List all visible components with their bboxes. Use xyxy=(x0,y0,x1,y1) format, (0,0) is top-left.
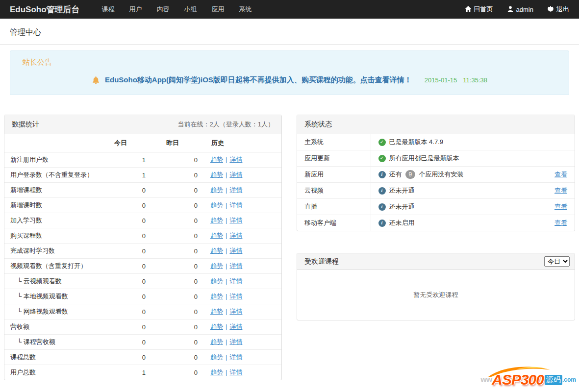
stats-today-value: 0 xyxy=(101,244,153,259)
stats-row-label: 新增课程数 xyxy=(4,183,101,198)
view-link[interactable]: 查看 xyxy=(554,219,567,227)
trend-link[interactable]: 趋势 xyxy=(210,323,223,330)
stats-yesterday-value: 0 xyxy=(153,228,205,244)
stats-history-links: 趋势|详情 xyxy=(205,228,281,244)
stats-row: └ 云视频观看数00趋势|详情 xyxy=(4,274,281,289)
detail-link[interactable]: 详情 xyxy=(229,277,242,285)
stats-row-label: └ 云视频观看数 xyxy=(4,274,101,289)
watermark-brand: ASP300 xyxy=(492,371,544,388)
stats-row-label: 新增课时数 xyxy=(4,198,101,213)
status-row: 应用更新✓所有应用都已是最新版本 xyxy=(297,150,575,167)
status-row-value: i还未开通查看 xyxy=(371,199,575,215)
status-row-value: i还未开通查看 xyxy=(371,183,575,199)
stats-yesterday-value: 0 xyxy=(153,319,205,335)
status-text-after: 个应用没有安装 xyxy=(419,170,463,179)
link-separator: | xyxy=(226,353,227,361)
detail-link[interactable]: 详情 xyxy=(229,353,242,361)
status-text: 还未开通 xyxy=(389,186,415,195)
stats-row-label: 课程总数 xyxy=(4,350,101,365)
stats-today-value: 0 xyxy=(101,259,153,274)
stats-history-links: 趋势|详情 xyxy=(205,168,281,183)
stats-today-value: 0 xyxy=(101,228,153,244)
detail-link[interactable]: 详情 xyxy=(229,171,242,178)
stats-yesterday-value: 0 xyxy=(153,289,205,304)
nav-item-users[interactable]: 用户 xyxy=(122,0,150,19)
trend-link[interactable]: 趋势 xyxy=(210,171,223,178)
stats-history-links: 趋势|详情 xyxy=(205,152,281,168)
trend-link[interactable]: 趋势 xyxy=(210,368,223,376)
trend-link[interactable]: 趋势 xyxy=(210,338,223,345)
detail-link[interactable]: 详情 xyxy=(229,217,242,224)
nav-item-apps[interactable]: 应用 xyxy=(204,0,232,19)
announcement-panel: 站长公告 EduSoho移动App(阔知学堂)iOS版即日起将不再提供加入、购买… xyxy=(10,50,569,95)
trend-link[interactable]: 趋势 xyxy=(210,156,223,163)
stats-row: 完成课时学习数00趋势|详情 xyxy=(4,244,281,259)
link-separator: | xyxy=(226,323,227,330)
trend-link[interactable]: 趋势 xyxy=(210,232,223,239)
link-separator: | xyxy=(226,217,227,224)
nav-item-courses[interactable]: 课程 xyxy=(95,0,122,19)
trend-link[interactable]: 趋势 xyxy=(210,353,223,361)
detail-link[interactable]: 详情 xyxy=(229,247,242,254)
link-separator: | xyxy=(226,232,227,239)
home-icon xyxy=(465,5,472,14)
watermark-domain: .com xyxy=(562,376,576,383)
detail-link[interactable]: 详情 xyxy=(229,368,242,376)
detail-link[interactable]: 详情 xyxy=(229,323,242,330)
stats-history-links: 趋势|详情 xyxy=(205,213,281,228)
popular-courses-filter-select[interactable]: 今日 xyxy=(544,256,570,267)
detail-link[interactable]: 详情 xyxy=(229,262,242,270)
status-row-value: i还未启用查看 xyxy=(371,215,575,231)
detail-link[interactable]: 详情 xyxy=(229,186,242,194)
trend-link[interactable]: 趋势 xyxy=(210,186,223,194)
trend-link[interactable]: 趋势 xyxy=(210,293,223,300)
nav-item-groups[interactable]: 小组 xyxy=(177,0,204,19)
stats-table-header: 今日昨日历史 xyxy=(4,134,281,152)
stats-today-value: 0 xyxy=(101,274,153,289)
announcement-timestamp: 2015-01-15 11:35:38 xyxy=(425,76,487,84)
logout-link[interactable]: 退出 xyxy=(547,5,569,14)
stats-row-label: 购买课程数 xyxy=(4,228,101,244)
trend-link[interactable]: 趋势 xyxy=(210,247,223,254)
link-separator: | xyxy=(226,186,227,194)
detail-link[interactable]: 详情 xyxy=(229,308,242,315)
detail-link[interactable]: 详情 xyxy=(229,232,242,239)
detail-link[interactable]: 详情 xyxy=(229,201,242,209)
announcement-link[interactable]: EduSoho移动App(阔知学堂)iOS版即日起将不再提供加入、购买课程的功能… xyxy=(105,75,412,85)
username-label: admin xyxy=(516,6,533,13)
status-value-inner: i还未启用查看 xyxy=(378,219,568,227)
nav-item-system[interactable]: 系统 xyxy=(232,0,259,19)
top-navbar: EduSoho管理后台 课程用户内容小组应用系统 回首页 admin 退出 xyxy=(0,0,579,19)
detail-link[interactable]: 详情 xyxy=(229,156,242,163)
stats-today-value: 0 xyxy=(101,213,153,228)
link-separator: | xyxy=(226,247,227,254)
detail-link[interactable]: 详情 xyxy=(229,293,242,300)
system-status-title: 系统状态 xyxy=(304,120,332,129)
stats-row-label: 完成课时学习数 xyxy=(4,244,101,259)
page-title: 管理中心 xyxy=(10,27,569,38)
home-link[interactable]: 回首页 xyxy=(465,5,493,14)
user-menu[interactable]: admin xyxy=(507,5,533,14)
stats-yesterday-value: 0 xyxy=(153,168,205,183)
status-text: 还未启用 xyxy=(389,219,415,227)
nav-menu: 课程用户内容小组应用系统 xyxy=(95,0,259,19)
view-link[interactable]: 查看 xyxy=(554,186,567,195)
view-link[interactable]: 查看 xyxy=(554,170,567,179)
popular-courses-empty-message: 暂无受欢迎课程 xyxy=(297,270,575,320)
watermark-suffix: 源码 xyxy=(545,375,562,385)
trend-link[interactable]: 趋势 xyxy=(210,201,223,209)
trend-link[interactable]: 趋势 xyxy=(210,262,223,270)
announcement-line: EduSoho移动App(阔知学堂)iOS版即日起将不再提供加入、购买课程的功能… xyxy=(23,75,556,85)
trend-link[interactable]: 趋势 xyxy=(210,308,223,315)
detail-link[interactable]: 详情 xyxy=(229,338,242,345)
trend-link[interactable]: 趋势 xyxy=(210,277,223,285)
trend-link[interactable]: 趋势 xyxy=(210,217,223,224)
stats-panel-title: 数据统计 xyxy=(12,120,39,129)
stats-today-value: 1 xyxy=(101,168,153,183)
view-link[interactable]: 查看 xyxy=(554,202,567,211)
nav-item-content[interactable]: 内容 xyxy=(150,0,177,19)
brand-logo[interactable]: EduSoho管理后台 xyxy=(10,4,80,15)
status-text: 还未开通 xyxy=(389,202,415,211)
announcement-title: 站长公告 xyxy=(23,58,556,67)
link-separator: | xyxy=(226,293,227,300)
